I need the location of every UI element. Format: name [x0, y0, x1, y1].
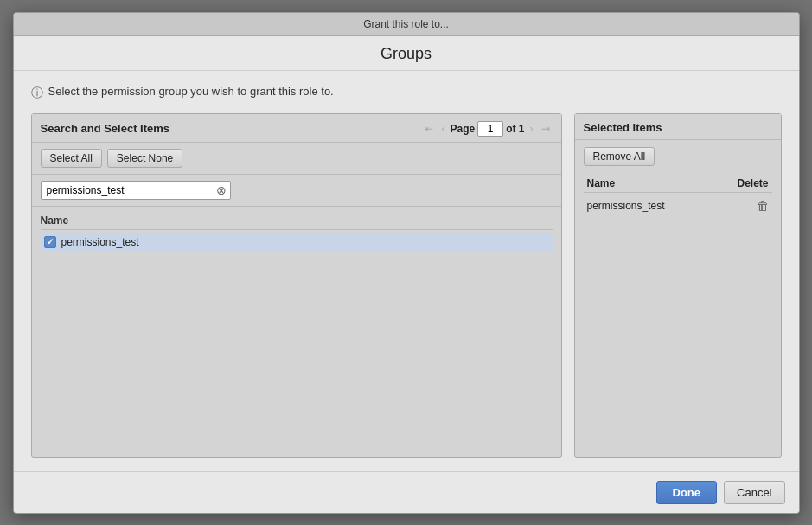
panels: Search and Select Items ⇤ ‹ Page of 1 › …: [31, 113, 782, 458]
right-panel-title: Selected Items: [584, 121, 662, 134]
pagination: ⇤ ‹ Page of 1 › ⇥: [422, 121, 552, 137]
selected-col-header: Name Delete: [584, 175, 772, 193]
left-panel-header: Search and Select Items ⇤ ‹ Page of 1 › …: [32, 114, 561, 143]
panel-controls: Select All Select None: [32, 143, 561, 175]
description-row: ⓘ Select the permission group you wish t…: [31, 85, 782, 101]
grant-role-dialog: Grant this role to... Groups ⓘ Select th…: [13, 12, 800, 514]
left-panel-title: Search and Select Items: [41, 122, 170, 135]
right-panel-body: Remove All Name Delete permissions_test …: [575, 140, 781, 222]
selected-col-delete: Delete: [737, 177, 768, 189]
right-panel-header: Selected Items: [575, 114, 781, 140]
description-text: Select the permission group you wish to …: [48, 85, 334, 98]
info-icon: ⓘ: [31, 86, 43, 101]
cancel-button[interactable]: Cancel: [724, 481, 784, 504]
page-last-btn[interactable]: ⇥: [539, 122, 553, 136]
selected-item-row: permissions_test 🗑: [584, 196, 772, 215]
page-prev-btn[interactable]: ‹: [438, 122, 447, 136]
left-panel: Search and Select Items ⇤ ‹ Page of 1 › …: [31, 113, 562, 458]
select-none-button[interactable]: Select None: [107, 149, 182, 168]
done-button[interactable]: Done: [656, 481, 718, 504]
page-first-btn[interactable]: ⇤: [422, 122, 436, 136]
grant-label: Grant this role to...: [363, 18, 449, 30]
search-input-wrap: ⊗: [41, 181, 231, 200]
page-next-btn[interactable]: ›: [527, 122, 536, 136]
select-all-button[interactable]: Select All: [41, 149, 102, 168]
clear-search-button[interactable]: ⊗: [216, 184, 227, 196]
dialog-footer: Done Cancel: [14, 471, 799, 513]
dialog-title-text: Groups: [380, 45, 432, 62]
page-of-label: of 1: [506, 123, 524, 135]
item-checkbox[interactable]: [44, 236, 56, 248]
right-panel: Selected Items Remove All Name Delete pe…: [574, 113, 782, 458]
dialog-title: Groups: [14, 36, 799, 71]
items-table: Name permissions_test: [32, 207, 561, 457]
item-name: permissions_test: [61, 236, 139, 248]
page-number-input[interactable]: [477, 121, 503, 137]
selected-col-name: Name: [587, 177, 616, 189]
list-item[interactable]: permissions_test: [41, 234, 553, 251]
dialog-header-top: Grant this role to...: [14, 13, 799, 36]
remove-all-button[interactable]: Remove All: [584, 147, 655, 166]
delete-item-icon[interactable]: 🗑: [757, 199, 769, 213]
items-col-header: Name: [41, 212, 553, 230]
search-input[interactable]: [41, 181, 231, 200]
page-label: Page: [450, 123, 475, 135]
selected-item-name: permissions_test: [587, 200, 665, 212]
dialog-body: ⓘ Select the permission group you wish t…: [14, 71, 799, 471]
search-row: ⊗: [32, 175, 561, 207]
